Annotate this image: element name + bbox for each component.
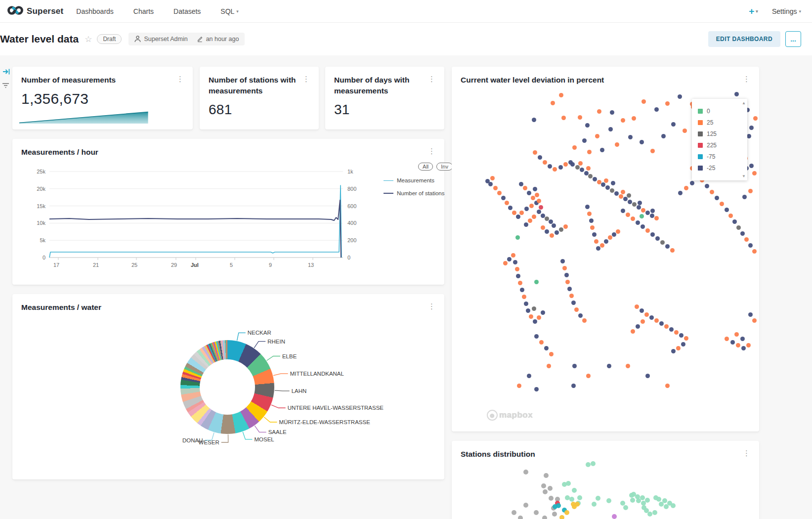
status-badge[interactable]: Draft — [97, 34, 122, 44]
superset-brand[interactable]: Superset — [7, 5, 63, 18]
modified-chip[interactable]: an hour ago — [197, 36, 239, 43]
map-point — [558, 165, 563, 170]
map-point — [531, 196, 535, 200]
edit-dashboard-button[interactable]: EDIT DASHBOARD — [708, 31, 780, 47]
map-point — [527, 374, 531, 378]
map-point — [740, 337, 745, 341]
map-point — [517, 384, 521, 388]
map-point — [559, 93, 563, 97]
station-point — [556, 503, 561, 508]
legend-invert-button[interactable]: Inv — [436, 163, 453, 171]
page-title: Water level data — [0, 33, 79, 45]
map-point — [601, 182, 605, 187]
station-point — [659, 502, 664, 507]
map-point — [665, 101, 670, 106]
kebab-menu-icon[interactable]: ⋮ — [426, 147, 437, 156]
map-point — [623, 197, 628, 201]
map-point — [615, 142, 619, 147]
map-point — [608, 127, 613, 131]
map-point — [537, 210, 541, 214]
map-point — [664, 324, 669, 329]
filter-icon[interactable] — [2, 82, 9, 91]
map-point — [640, 308, 644, 313]
map-point — [508, 206, 513, 210]
legend-scroll-down-icon[interactable]: ▼ — [742, 174, 746, 178]
legend-item-number-of-stations[interactable]: Number of stations — [384, 190, 453, 196]
station-point — [596, 496, 600, 501]
more-options-button[interactable]: ... — [785, 31, 801, 47]
map-point — [493, 186, 498, 190]
map-point — [519, 211, 524, 215]
kebab-menu-icon[interactable]: ⋮ — [741, 75, 752, 84]
station-point — [541, 483, 546, 488]
map-point — [520, 288, 524, 292]
card-stations-distribution: Stations distribution ⋮ — [452, 441, 759, 519]
nav-sql[interactable]: SQL ▾ — [220, 7, 239, 15]
map-point — [736, 343, 740, 347]
svg-text:NECKAR: NECKAR — [248, 330, 271, 336]
station-point — [569, 497, 574, 502]
kebab-menu-icon[interactable]: ⋮ — [426, 75, 437, 84]
legend-swatch — [698, 166, 703, 171]
station-point — [612, 514, 617, 519]
user-icon — [134, 36, 141, 43]
station-point — [566, 481, 571, 486]
mapbox-attribution[interactable]: ◉ mapbox — [487, 410, 533, 421]
map-point — [532, 306, 536, 311]
map-point — [665, 244, 670, 249]
legend-select-all-button[interactable]: All — [418, 163, 433, 171]
nav-datasets[interactable]: Datasets — [173, 7, 201, 15]
map-point — [605, 185, 610, 190]
kebab-menu-icon[interactable]: ⋮ — [300, 75, 312, 84]
expand-filter-bar-icon[interactable] — [2, 68, 10, 77]
map-point — [571, 301, 576, 305]
legend-label: -25 — [707, 165, 715, 172]
map-point — [683, 129, 687, 133]
svg-text:5k: 5k — [40, 237, 45, 243]
map-point — [559, 227, 563, 232]
map-point — [641, 99, 646, 104]
legend-swatch — [698, 143, 703, 148]
map-point — [671, 122, 676, 127]
svg-text:15k: 15k — [37, 203, 45, 209]
map-point — [671, 349, 676, 353]
svg-text:21: 21 — [93, 262, 99, 268]
settings-menu[interactable]: Settings ▾ — [772, 7, 801, 15]
map-point — [522, 295, 526, 299]
legend-swatch — [698, 131, 703, 136]
map-point — [636, 324, 640, 329]
map-legend-item: 25 — [698, 119, 743, 126]
card-title: Current water level deviation in percent — [461, 75, 604, 86]
legend-scroll-up-icon[interactable]: ▲ — [742, 101, 746, 105]
kpi-value: 1,356,673 — [12, 86, 193, 107]
donut-ring[interactable] — [180, 340, 274, 434]
map-point — [645, 374, 650, 378]
map-point — [650, 214, 654, 218]
legend-item-measurements[interactable]: Measurements — [384, 177, 453, 183]
map-point — [644, 312, 649, 317]
map-point — [545, 229, 549, 234]
map-point — [572, 145, 577, 150]
nav-charts[interactable]: Charts — [133, 7, 154, 15]
svg-text:WESER: WESER — [199, 439, 219, 445]
map-point — [534, 280, 539, 284]
svg-text:LAHN: LAHN — [292, 388, 307, 394]
map-point — [610, 110, 614, 115]
map-point — [555, 230, 559, 235]
card-title: Number of measurements — [21, 75, 116, 86]
map-point — [592, 232, 597, 237]
nav-dashboards[interactable]: Dashboards — [76, 7, 114, 15]
svg-text:10k: 10k — [37, 220, 45, 226]
map-point — [532, 215, 536, 219]
card-title: Number of days with measurements — [334, 75, 422, 97]
svg-text:600: 600 — [347, 203, 356, 209]
new-item-button[interactable]: + ▾ — [749, 6, 758, 17]
map-point — [659, 321, 664, 326]
owner-chip[interactable]: Superset Admin — [134, 36, 187, 43]
station-point — [542, 516, 547, 519]
map-point — [578, 161, 583, 166]
station-point — [572, 488, 577, 493]
kebab-menu-icon[interactable]: ⋮ — [174, 75, 186, 84]
favorite-star-icon[interactable]: ☆ — [85, 34, 92, 44]
map-point — [621, 209, 625, 213]
